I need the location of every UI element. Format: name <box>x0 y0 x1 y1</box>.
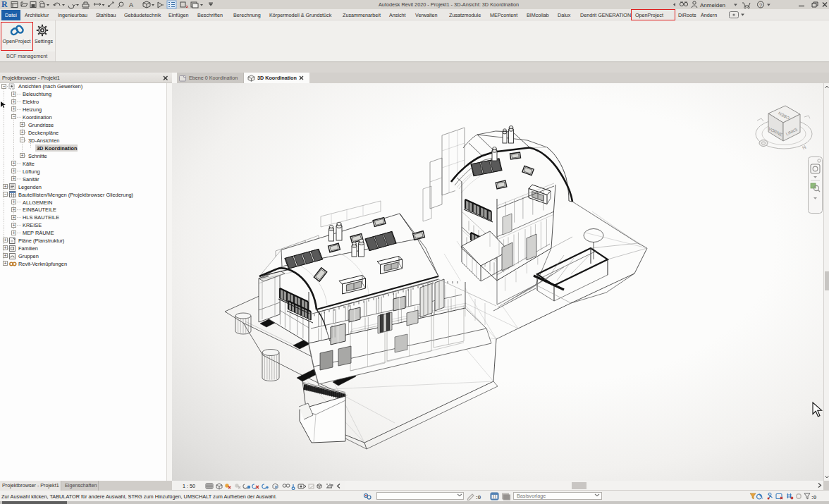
svg-text::0: :0 <box>476 494 481 500</box>
svg-text::0: :0 <box>811 494 817 500</box>
svg-text:R: R <box>1 0 8 9</box>
svg-text:?: ? <box>759 2 762 8</box>
svg-text:A: A <box>129 1 133 8</box>
svg-text:Anmelden: Anmelden <box>700 2 725 8</box>
svg-text:N: N <box>802 145 807 151</box>
